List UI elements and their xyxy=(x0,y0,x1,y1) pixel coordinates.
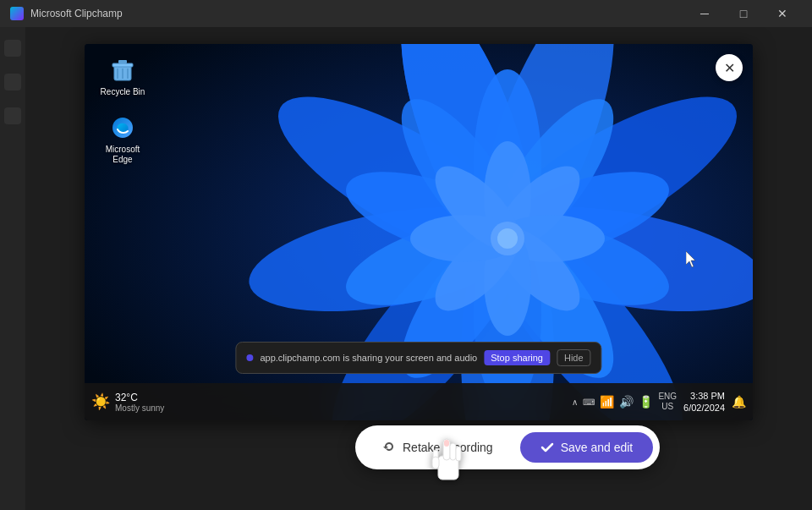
save-label: Save and edit xyxy=(561,441,634,454)
window-controls: ─ □ ✕ xyxy=(685,0,802,27)
retake-icon xyxy=(382,441,396,454)
hide-sharing-button[interactable]: Hide xyxy=(557,349,591,366)
maximize-button[interactable]: □ xyxy=(724,0,763,27)
retake-label: Retake recording xyxy=(403,441,493,454)
keyboard-icon: ⌨ xyxy=(583,398,595,407)
title-bar: Microsoft Clipchamp ─ □ ✕ xyxy=(0,0,812,27)
clock[interactable]: 3:38 PM 6/02/2024 xyxy=(683,390,725,414)
battery-icon: 🔋 xyxy=(639,395,653,409)
close-button[interactable]: ✕ xyxy=(763,0,802,27)
svg-rect-33 xyxy=(118,60,127,63)
taskbar-right: ∧ ⌨ 📶 🔊 🔋 ENGUS 3:38 PM 6/02/2024 🔔 xyxy=(572,390,746,414)
screen-recording-preview: Recycle Bin xyxy=(85,44,753,420)
checkmark-icon xyxy=(540,441,554,454)
sidebar-item[interactable] xyxy=(4,107,21,124)
lang-display: ENGUS xyxy=(658,392,677,412)
recycle-bin-icon[interactable]: Recycle Bin xyxy=(97,57,148,97)
desktop-background: Recycle Bin xyxy=(85,44,753,420)
tray-chevron[interactable]: ∧ xyxy=(572,398,578,407)
recycle-bin-label: Recycle Bin xyxy=(101,87,145,97)
save-and-edit-button[interactable]: Save and edit xyxy=(520,432,654,463)
desktop-icons: Recycle Bin xyxy=(97,57,148,165)
taskbar-left: ☀️ 32°C Mostly sunny xyxy=(91,392,164,413)
sidebar-item[interactable] xyxy=(4,40,21,57)
edge-label: Microsoft Edge xyxy=(97,145,148,165)
clock-time: 3:38 PM xyxy=(683,390,725,402)
action-buttons-container: Retake recording Save and edit xyxy=(355,425,660,469)
stop-sharing-button[interactable]: Stop sharing xyxy=(484,350,550,365)
svg-point-30 xyxy=(497,228,518,249)
taskbar: ☀️ 32°C Mostly sunny ∧ ⌨ 📶 🔊 🔋 xyxy=(85,383,753,420)
main-area: Recycle Bin xyxy=(0,27,812,510)
sidebar xyxy=(0,27,25,510)
sharing-indicator xyxy=(246,354,253,361)
app-title: Microsoft Clipchamp xyxy=(30,8,123,19)
titlebar-left: Microsoft Clipchamp xyxy=(10,7,123,20)
preview-close-button[interactable]: ✕ xyxy=(716,54,743,81)
wifi-icon: 📶 xyxy=(600,395,614,409)
minimize-button[interactable]: ─ xyxy=(685,0,724,27)
sidebar-item[interactable] xyxy=(4,74,21,90)
system-tray: ∧ ⌨ 📶 🔊 🔋 ENGUS xyxy=(572,392,677,412)
retake-recording-button[interactable]: Retake recording xyxy=(362,432,513,463)
app-icon xyxy=(10,7,24,20)
notification-bell[interactable]: 🔔 xyxy=(732,395,746,409)
volume-icon: 🔊 xyxy=(619,395,634,409)
sharing-notification-bar: app.clipchamp.com is sharing your screen… xyxy=(235,342,601,374)
edge-img xyxy=(109,114,136,141)
temperature: 32°C xyxy=(115,392,164,403)
edge-icon[interactable]: Microsoft Edge xyxy=(97,114,148,165)
weather-condition: Mostly sunny xyxy=(115,403,164,413)
recycle-bin-img xyxy=(109,57,136,84)
svg-rect-32 xyxy=(112,63,133,67)
weather-widget: ☀️ 32°C Mostly sunny xyxy=(91,392,164,413)
sharing-text: app.clipchamp.com is sharing your screen… xyxy=(260,353,477,363)
clock-date: 6/02/2024 xyxy=(683,402,725,414)
